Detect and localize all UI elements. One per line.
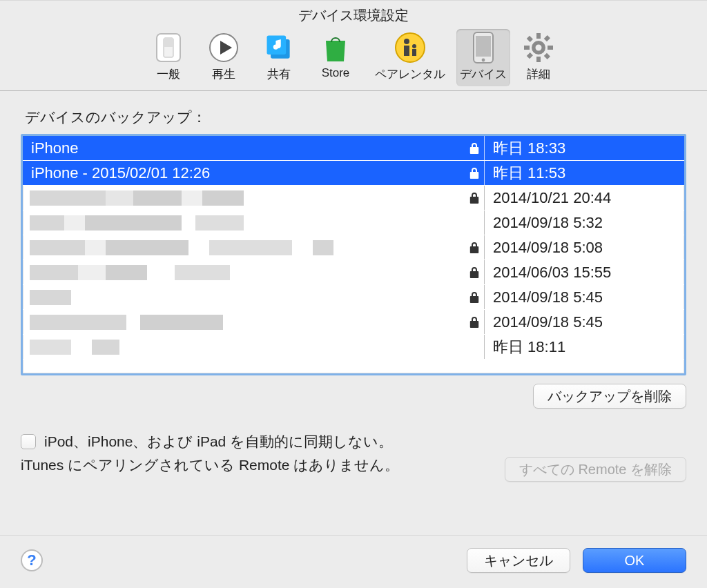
backup-name: iPhone - 2015/02/01 12:26 <box>23 161 465 185</box>
tab-sharing[interactable]: 共有 <box>252 29 306 86</box>
backup-row[interactable]: 2014/09/18 5:08 <box>23 235 684 260</box>
prevent-sync-label: iPod、iPhone、および iPad を自動的に同期しない。 <box>44 432 393 451</box>
content-area: デバイスのバックアップ： iPhone昨日 18:33iPhone - 2015… <box>0 91 707 482</box>
svg-rect-20 <box>527 52 533 59</box>
tab-store[interactable]: Store <box>307 29 364 86</box>
backup-name <box>23 310 465 334</box>
svg-point-21 <box>536 45 542 51</box>
toolbar: 一般 再生 共有 <box>0 28 707 91</box>
backup-name <box>23 210 465 235</box>
backup-date: 昨日 18:33 <box>485 136 684 160</box>
backup-date: 2014/10/21 20:44 <box>485 186 684 210</box>
backup-name: iPhone <box>23 136 465 160</box>
lock-icon <box>465 260 484 284</box>
backup-name <box>23 235 465 259</box>
svg-point-11 <box>482 59 485 62</box>
backup-date: 昨日 11:53 <box>485 161 684 185</box>
backup-date: 昨日 18:11 <box>485 335 684 359</box>
svg-rect-16 <box>548 46 553 50</box>
forget-remotes-button: すべての Remote を解除 <box>505 457 686 482</box>
svg-rect-14 <box>536 57 541 62</box>
svg-rect-2 <box>164 38 173 47</box>
iphone-icon <box>467 32 499 63</box>
music-folders-icon <box>263 32 295 63</box>
backup-name <box>23 335 465 359</box>
backup-date: 2014/06/03 15:55 <box>485 260 684 284</box>
backup-list-frame: iPhone昨日 18:33iPhone - 2015/02/01 12:26昨… <box>21 134 686 375</box>
shopping-bag-icon <box>320 32 351 63</box>
tab-general[interactable]: 一般 <box>142 29 195 86</box>
lock-icon <box>465 186 484 210</box>
tab-label: 共有 <box>252 66 306 82</box>
backup-row[interactable]: 2014/09/18 5:45 <box>23 285 684 310</box>
parental-icon <box>394 32 426 63</box>
help-button[interactable]: ? <box>21 549 43 571</box>
backup-name <box>23 186 465 210</box>
switch-icon <box>153 32 184 63</box>
lock-icon <box>465 335 484 359</box>
tab-label: デバイス <box>456 66 510 82</box>
tab-playback[interactable]: 再生 <box>197 29 251 86</box>
backup-row[interactable]: 2014/06/03 15:55 <box>23 260 684 285</box>
tab-label: 一般 <box>142 66 195 82</box>
backup-row[interactable]: iPhone昨日 18:33 <box>23 136 684 161</box>
backups-label: デバイスのバックアップ： <box>25 108 686 127</box>
play-icon <box>208 32 240 63</box>
backup-name <box>23 285 465 309</box>
backup-row[interactable]: 昨日 18:11 <box>23 335 684 360</box>
backup-name <box>23 260 465 284</box>
ok-button[interactable]: OK <box>583 548 686 573</box>
tab-label: 再生 <box>197 66 251 82</box>
backup-date: 2014/09/18 5:08 <box>485 235 684 259</box>
backup-row[interactable]: 2014/09/18 5:45 <box>23 310 684 335</box>
gear-icon <box>523 32 554 63</box>
backup-row[interactable]: iPhone - 2015/02/01 12:26昨日 11:53 <box>23 161 684 186</box>
tab-devices[interactable]: デバイス <box>456 29 510 86</box>
tab-label: Store <box>307 66 364 80</box>
lock-icon <box>465 285 484 309</box>
svg-rect-10 <box>476 36 491 57</box>
prevent-sync-checkbox[interactable] <box>21 434 36 449</box>
svg-rect-17 <box>527 36 533 42</box>
svg-rect-13 <box>536 33 541 39</box>
svg-point-7 <box>404 39 409 44</box>
backup-date: 2014/09/18 5:45 <box>485 285 684 309</box>
svg-point-6 <box>396 33 425 62</box>
backup-date: 2014/09/18 5:45 <box>485 310 684 334</box>
remote-status-text: iTunes にペアリングされている Remote はありません。 <box>21 455 484 475</box>
lock-icon <box>465 310 484 334</box>
svg-rect-18 <box>544 53 550 59</box>
svg-rect-15 <box>524 46 530 50</box>
tab-parental[interactable]: ペアレンタル <box>365 29 455 86</box>
svg-rect-19 <box>544 35 550 41</box>
backup-date: 2014/09/18 5:32 <box>485 210 684 235</box>
backup-row[interactable]: 2014/10/21 20:44 <box>23 186 684 210</box>
lock-icon <box>465 136 484 160</box>
tab-label: 詳細 <box>512 66 565 82</box>
cancel-button[interactable]: キャンセル <box>467 548 570 573</box>
delete-backup-button[interactable]: バックアップを削除 <box>533 384 686 409</box>
footer: ? キャンセル OK <box>0 535 707 588</box>
tab-label: ペアレンタル <box>365 66 455 82</box>
backup-list[interactable]: iPhone昨日 18:33iPhone - 2015/02/01 12:26昨… <box>23 136 684 373</box>
svg-point-8 <box>412 44 416 48</box>
preferences-window: デバイス環境設定 一般 再生 <box>0 0 707 588</box>
window-title: デバイス環境設定 <box>0 1 707 28</box>
lock-icon <box>465 210 484 235</box>
lock-icon <box>465 161 484 185</box>
backup-row[interactable]: 2014/09/18 5:32 <box>23 210 684 235</box>
tab-advanced[interactable]: 詳細 <box>512 29 565 86</box>
lock-icon <box>465 235 484 259</box>
